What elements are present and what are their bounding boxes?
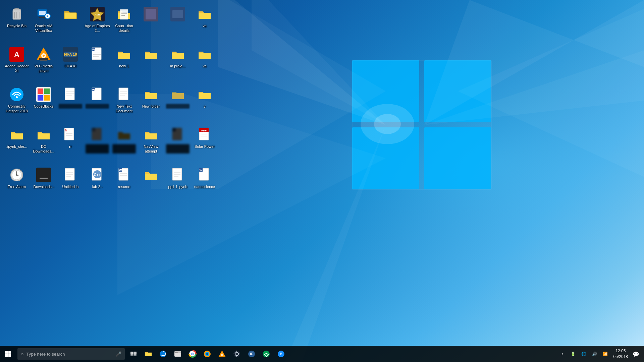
svg-rect-57 [118,53,130,59]
word2-label [86,104,109,109]
txt1-icon[interactable] [57,84,84,121]
folder-3-icon[interactable] [164,84,191,121]
blurred-icon-2[interactable] [111,124,138,161]
ve-folder-1-icon[interactable]: ve [191,3,218,40]
taskbar-edge[interactable] [156,346,170,362]
ve-folder-2-image [197,46,213,62]
blurred-icon-1[interactable]: W [84,124,111,161]
rr-txt-icon[interactable]: h rr [57,124,84,161]
nanoscience-icon[interactable]: W nanoscience [191,164,218,201]
ipynb-folder-icon[interactable]: .ipynb_che... [3,124,30,161]
navview-folder-icon[interactable]: NavView attempt [138,124,164,161]
blurred-icon-3[interactable] [164,124,191,161]
taskbar-vlc[interactable] [215,346,229,362]
start-button[interactable] [0,346,16,362]
tray-battery[interactable]: 🔋 [568,346,579,362]
folder-2-image [143,46,159,62]
svg-rect-66 [38,95,43,101]
svg-text:W: W [119,169,122,172]
ve-folder-3-icon[interactable]: v [191,84,218,121]
taskbar-search[interactable]: ○ Type here to search 🎤 [17,348,125,360]
steam-icon [233,350,241,358]
svg-rect-109 [40,178,48,179]
new1-folder-label: new 1 [119,64,129,68]
svg-rect-131 [5,351,8,354]
taskbar-chrome[interactable] [185,346,200,362]
taskbar-file-manager[interactable] [170,346,185,362]
rr-txt-image: h [62,127,78,143]
vlc-icon[interactable]: VLC media player [30,44,57,80]
svg-text:IE: IE [250,352,253,356]
codeblocks-icon[interactable]: CodeBlocks [30,84,57,121]
unnamed-app-6-image [143,6,159,22]
svg-rect-83 [38,133,50,139]
solar-power-icon[interactable]: PDF Solar Power [191,124,218,161]
unnamed-folder-1-icon[interactable] [57,3,84,40]
free-alarm-icon[interactable]: Free Alarm [3,164,30,201]
ve-folder-2-icon[interactable]: ve [191,44,218,80]
unnamed-folder-1-image [62,6,78,22]
lab2-cpp-icon[interactable]: C++ lab 2 - [84,164,111,201]
svg-rect-135 [130,352,133,355]
taskbar-file-explorer[interactable] [141,346,156,362]
tray-notification-center[interactable]: 💬 [631,346,641,362]
task-view-button[interactable] [126,346,141,362]
oracle-vm-icon[interactable]: Oracle VM VirtualBox [30,3,57,40]
adobe-reader-label: Adobe Reader XI [4,64,30,73]
svg-text:h: h [65,128,67,132]
svg-rect-21 [15,9,18,10]
svg-point-15 [374,114,401,134]
mlproje-folder-icon[interactable]: m.proje... [164,44,191,80]
tray-clock[interactable]: 12:05 05/2018 [611,346,631,362]
recycle-bin-icon[interactable]: Recycle Bin [3,3,30,40]
mlproje-folder-image [170,46,186,62]
downloads-app-icon[interactable]: Downloads - [30,164,57,201]
tray-volume[interactable]: 🔊 [589,346,600,362]
unnamed-app-6-icon[interactable] [138,3,164,40]
downloads-app-label: Downloads - [33,184,54,189]
folder-2-icon[interactable] [138,44,164,80]
tray-wifi[interactable]: 📶 [600,346,611,362]
taskbar-battlenet[interactable]: B [274,346,288,362]
new-text-document-icon[interactable]: New Text Document [111,84,138,121]
adobe-reader-icon[interactable]: A Adobe Reader XI [3,44,30,80]
fifa18-icon[interactable]: FIFA 18 FIFA18 [57,44,84,80]
tray-network[interactable]: 🌐 [579,346,589,362]
resume-word-icon[interactable]: W resume [111,164,138,201]
taskbar-wifi-app[interactable] [259,346,274,362]
countdown-details-image [116,6,132,22]
new1-folder-icon[interactable]: new 1 [111,44,138,80]
new-folder-image [143,86,159,103]
pp11-ipynb-icon[interactable]: pp1.1.ipynb [164,164,191,201]
unnamed-app-7-icon[interactable] [164,3,191,40]
untitled-txt-icon[interactable]: Untitled in [57,164,84,201]
taskbar-steam[interactable] [229,346,244,362]
age-of-empires-icon[interactable]: AoE Age of Empires 2... [84,3,111,40]
ve-folder-1-label: ve [203,23,207,28]
word2-icon[interactable]: W [84,84,111,121]
chrome-icon [189,350,197,358]
file-explorer-icon [144,350,152,358]
new-folder-icon[interactable]: New folder [138,84,164,121]
connectify-icon[interactable]: Connectify Hotspot 2018 [3,84,30,121]
svg-text:C++: C++ [94,173,101,177]
svg-rect-136 [133,352,137,355]
dc-downloads-icon[interactable]: DC Downloads... [30,124,57,161]
file-manager-icon [174,350,182,358]
pp11-ipynb-label: pp1.1.ipynb [168,184,187,189]
untitled-txt-image [62,167,78,183]
svg-rect-123 [145,174,157,180]
tray-expand-button[interactable]: ∧ [557,346,568,362]
age-of-empires-label: Age of Empires 2... [85,23,110,33]
svg-rect-27 [64,13,76,19]
svg-rect-94 [172,128,176,131]
taskbar-app-8[interactable]: IE [244,346,259,362]
svg-rect-58 [145,53,157,59]
countdown-details-icon[interactable]: Coun...tion details [111,3,138,40]
folder-4-icon[interactable] [138,164,164,201]
word-doc-blurred-icon[interactable]: W [84,44,111,80]
search-text: Type here to search [26,352,65,357]
blurred-label-2 [112,144,136,154]
taskbar-firefox[interactable] [200,346,215,362]
recycle-bin-image [9,6,25,22]
